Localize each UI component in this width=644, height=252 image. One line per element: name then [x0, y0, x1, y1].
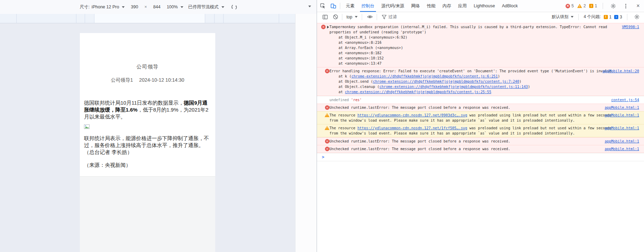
- tab-performance[interactable]: 性能: [423, 0, 439, 12]
- device-name: iPhone 12 Pro: [92, 5, 119, 9]
- source-link[interactable]: appMobile.html:1: [605, 113, 639, 118]
- error-icon: ✕: [325, 105, 329, 110]
- console-settings-gear-icon[interactable]: [632, 13, 641, 22]
- stack-frame: at <anonymous>:10:152: [329, 56, 614, 61]
- source-link[interactable]: content.js:54: [611, 97, 639, 103]
- error-icon: ✕: [321, 25, 326, 29]
- article-author: 公司领导1: [111, 77, 133, 83]
- stack-frame: at Array.forEach (<anonymous>): [329, 45, 614, 50]
- warning-icon: [577, 4, 582, 8]
- tab-network[interactable]: 网络: [408, 0, 423, 12]
- media-query-bar[interactable]: [0, 14, 295, 23]
- rotate-device-icon[interactable]: [231, 4, 237, 10]
- tab-lighthouse[interactable]: Lighthouse: [470, 0, 498, 12]
- clear-console-icon[interactable]: [331, 13, 340, 22]
- article-meta: 公司领导1 2024-10-12 10:14:30: [84, 77, 211, 83]
- warning-icon: [325, 126, 329, 130]
- dimensions-label: 尺寸:: [80, 4, 89, 10]
- expand-caret-icon[interactable]: [327, 26, 329, 29]
- live-expression-eye-icon[interactable]: [366, 13, 375, 22]
- error-icon: ✕: [325, 139, 329, 144]
- chevron-down-icon: [122, 6, 125, 8]
- stack-frame: at <anonymous>:13:47: [329, 61, 614, 66]
- inspect-element-icon[interactable]: [318, 1, 327, 10]
- resource-url-link[interactable]: https://ydlunacommon-cdn.nosdn.127.net/0…: [358, 113, 467, 117]
- chevron-down-icon: [221, 6, 224, 8]
- viewport-width-field[interactable]: 390: [129, 4, 140, 10]
- more-options-icon[interactable]: [621, 1, 630, 10]
- console-prompt[interactable]: >: [317, 153, 644, 161]
- console-message: undefined 'res'content.js:54: [317, 96, 644, 104]
- devtools-window: 尺寸: iPhone 12 Pro 390 × 844 100% 已停用节流模式: [0, 0, 644, 252]
- device-type-select[interactable]: 尺寸: iPhone 12 Pro: [80, 4, 125, 10]
- tab-memory[interactable]: 内存: [439, 0, 454, 12]
- source-link[interactable]: appMobile.html:20: [603, 68, 639, 74]
- stack-frame: at <anonymous>:8:216: [329, 40, 614, 45]
- devtools-panel: 元素控制台源代码/来源网络性能内存应用LighthouseAdBlock ✕ 5…: [317, 0, 644, 252]
- error-icon: ✕: [325, 69, 329, 73]
- js-context-select[interactable]: top: [344, 15, 360, 19]
- stack-frame-link[interactable]: chrome-extension://dhdgffkkebhmkfjojejmp…: [379, 84, 528, 89]
- article-timestamp: 2024-10-12 10:14:30: [139, 77, 184, 83]
- log-level-select[interactable]: 默认级别: [552, 14, 574, 20]
- source-link[interactable]: appMobile.html:1: [605, 146, 639, 152]
- toggle-device-toolbar-icon[interactable]: [329, 1, 338, 10]
- settings-gear-icon[interactable]: [609, 1, 618, 10]
- issues-label[interactable]: 4 个问题:: [584, 14, 601, 20]
- source-link[interactable]: VM5998:1: [622, 24, 639, 30]
- throttling-select[interactable]: 已停用节流模式: [188, 4, 224, 10]
- stack-frame-link[interactable]: chrome-extension://dhdgffkkebhmkfjojejmp…: [373, 79, 519, 83]
- error-count-badge[interactable]: ✕ 5: [566, 3, 574, 8]
- console-sidebar-icon[interactable]: [320, 13, 329, 22]
- prompt-chevron-icon: >: [317, 155, 324, 160]
- viewport-resize-gutter[interactable]: [295, 14, 317, 252]
- tab-adblock[interactable]: AdBlock: [499, 0, 521, 12]
- console-toolbar: top 过滤 默认级别: [317, 12, 644, 22]
- throttling-value: 已停用节流模式: [188, 4, 219, 10]
- filter-funnel-icon: [382, 15, 386, 19]
- device-toolbar-more-icon[interactable]: [308, 6, 311, 7]
- stack-frame: at k (chrome-extension://dhdgffkkebhmkfj…: [329, 74, 614, 79]
- device-emulation-pane: 尺寸: iPhone 12 Pro 390 × 844 100% 已停用节流模式: [0, 0, 317, 252]
- error-icon: ✕: [566, 4, 570, 8]
- media-query-segment: [94, 14, 205, 23]
- stack-frame-link[interactable]: chrome-extension://dhdgffkkebhmkfjojejmp…: [351, 74, 498, 78]
- console-filter-input[interactable]: 过滤: [382, 14, 458, 20]
- article-paragraph-2: 联邦统计局表示，能源价格进一步下降抑制了通胀，不过，服务价格上涨持续高于总体水平…: [84, 135, 211, 156]
- stack-frame: at Object.M_i (<anonymous>:6:92): [329, 35, 614, 40]
- console-log-area[interactable]: ✕Tampermonkey sandbox preparation (inter…: [317, 22, 644, 252]
- console-message: ✕Unchecked runtime.lastError: The messag…: [317, 137, 644, 145]
- console-message: ✕Unchecked runtime.lastError: The messag…: [317, 104, 644, 112]
- tab-application[interactable]: 应用: [454, 0, 470, 12]
- article-paragraph-1: 德国联邦统计局10月11日发布的数据显示，德国9月通胀继续放缓，降至1.6%，低…: [84, 99, 211, 120]
- source-link[interactable]: appMobile.html:1: [605, 139, 639, 144]
- tab-elements[interactable]: 元素: [342, 0, 358, 12]
- breaking-issues-badge[interactable]: ! 1: [604, 15, 612, 19]
- issue-icon: !: [604, 15, 608, 19]
- devtools-tabbar: 元素控制台源代码/来源网络性能内存应用LighthouseAdBlock ✕ 5…: [317, 0, 644, 12]
- stack-frame-link[interactable]: chrome-extension://dhdgffkkebhmkfjojejmp…: [345, 90, 492, 94]
- viewport-height-field[interactable]: 844: [152, 4, 162, 10]
- source-link[interactable]: appMobile.html:1: [605, 105, 639, 110]
- warning-count-badge[interactable]: 2: [577, 3, 586, 8]
- message-bubble-icon: ▪: [614, 15, 618, 19]
- devtools-tabs: 元素控制台源代码/来源网络性能内存应用LighthouseAdBlock: [342, 0, 521, 12]
- broken-image-icon: [84, 124, 211, 130]
- device-toolbar: 尺寸: iPhone 12 Pro 390 × 844 100% 已停用节流模式: [0, 0, 317, 14]
- issues-count-badge[interactable]: ! 1: [589, 3, 597, 8]
- tab-console[interactable]: 控制台: [358, 0, 378, 12]
- console-message: The resource https://ydlunacommon-cdn.no…: [317, 111, 644, 124]
- info-issues-badge[interactable]: ▪ 3: [614, 15, 622, 19]
- tab-sources[interactable]: 源代码/来源: [378, 0, 408, 12]
- warning-icon: [325, 113, 329, 117]
- stack-frame: at chrome-extension://dhdgffkkebhmkfjoje…: [329, 89, 614, 95]
- status-badges: ✕ 5 2 ! 1: [566, 1, 644, 10]
- chevron-down-icon: [571, 16, 574, 18]
- source-link[interactable]: appMobile.html:1: [605, 125, 639, 131]
- resource-url-link[interactable]: https://ydlunacommon-cdn.nosdn.127.net/1…: [358, 126, 467, 130]
- zoom-select[interactable]: 100%: [167, 5, 183, 9]
- close-devtools-icon[interactable]: ×: [634, 1, 643, 10]
- filter-placeholder: 过滤: [388, 14, 397, 20]
- article-title: 公司领导: [84, 64, 211, 70]
- stack-frame: at Object.cleanup (chrome-extension://dh…: [329, 84, 614, 89]
